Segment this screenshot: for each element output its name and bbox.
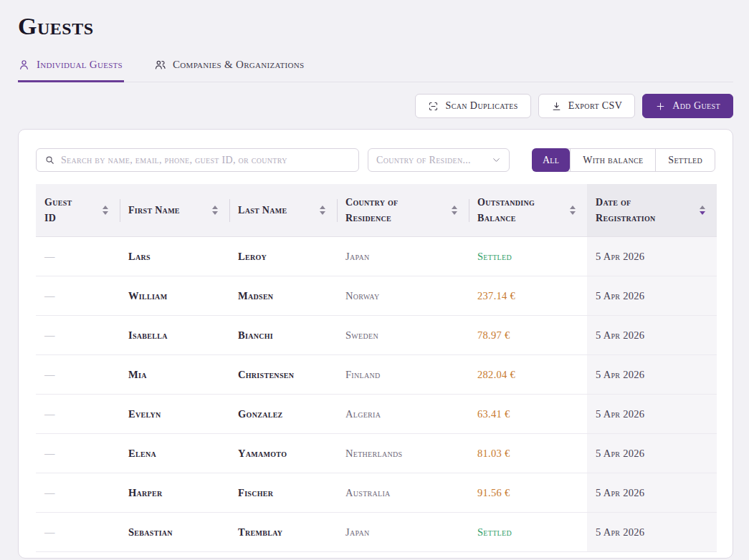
person-icon <box>18 59 30 71</box>
table-row[interactable]: — Harper Fischer Australia 91.56 € 5 Apr… <box>36 473 717 513</box>
cell-last-name: Leroy <box>229 237 337 276</box>
header-date-of-registration[interactable]: Date of Registration <box>587 184 717 237</box>
header-guest-id[interactable]: Guest ID <box>36 184 120 237</box>
cell-guest-id: — <box>36 237 120 276</box>
cell-balance: 78.97 € <box>469 316 587 355</box>
cell-guest-id: — <box>36 473 120 513</box>
cell-first-name: William <box>120 276 229 316</box>
cell-balance: Settled <box>469 237 587 276</box>
cell-first-name: Sebastian <box>120 513 229 552</box>
cell-date-of-registration: 5 Apr 2026 <box>587 276 717 316</box>
cell-date-of-registration: 5 Apr 2026 <box>587 434 717 473</box>
country-of-residence-dropdown[interactable]: Country of Residen... <box>368 148 510 172</box>
cell-last-name: Fischer <box>229 473 337 513</box>
download-icon <box>551 101 562 112</box>
cell-date-of-registration: 5 Apr 2026 <box>587 237 717 276</box>
cell-country: Australia <box>337 473 469 513</box>
cell-date-of-registration: 5 Apr 2026 <box>587 395 717 434</box>
cell-last-name: Madsen <box>229 276 337 316</box>
cell-date-of-registration: 5 Apr 2026 <box>587 513 717 552</box>
tab-individual-guests[interactable]: Individual Guests <box>18 59 124 82</box>
table-row[interactable]: — Evelyn Gonzalez Algeria 63.41 € 5 Apr … <box>36 395 717 434</box>
search-box <box>36 148 359 172</box>
cell-last-name: Tremblay <box>229 513 337 552</box>
cell-balance: 81.03 € <box>469 434 587 473</box>
tabbar: Individual Guests Companies & Organizati… <box>18 59 733 82</box>
guests-card: Country of Residen... All With balance S… <box>18 129 733 559</box>
cell-last-name: Christensen <box>229 355 337 395</box>
cell-date-of-registration: 5 Apr 2026 <box>587 473 717 513</box>
dropdown-placeholder: Country of Residen... <box>376 155 471 166</box>
sort-icon <box>102 206 108 215</box>
cell-guest-id: — <box>36 355 120 395</box>
header-outstanding-balance[interactable]: Outstanding Balance <box>469 184 587 237</box>
sort-icon <box>452 206 457 215</box>
table-row[interactable]: — Sebastian Tremblay Japan Settled 5 Apr… <box>36 513 717 552</box>
sort-icon <box>570 206 576 215</box>
add-guest-label: Add Guest <box>672 100 720 112</box>
page-title: Guests <box>18 13 733 40</box>
table-row[interactable]: — Mia Christensen Finland 282.04 € 5 Apr… <box>36 355 717 395</box>
export-csv-button[interactable]: Export CSV <box>538 94 635 118</box>
scan-duplicates-label: Scan Duplicates <box>445 100 517 112</box>
cell-date-of-registration: 5 Apr 2026 <box>587 355 717 395</box>
tab-label: Companies & Organizations <box>173 59 304 71</box>
header-first-name[interactable]: First Name <box>120 184 229 237</box>
tab-companies-organizations[interactable]: Companies & Organizations <box>154 59 305 82</box>
cell-country: Algeria <box>337 395 469 434</box>
cell-balance: Settled <box>469 513 587 552</box>
cell-guest-id: — <box>36 395 120 434</box>
header-last-name[interactable]: Last Name <box>229 184 337 237</box>
guests-page: Guests Individual Guests Companies & Org… <box>0 0 749 559</box>
plus-icon <box>655 101 666 112</box>
people-icon <box>154 59 166 71</box>
scan-duplicates-button[interactable]: Scan Duplicates <box>415 94 530 118</box>
filter-controls: Country of Residen... All With balance S… <box>36 148 715 172</box>
cell-first-name: Evelyn <box>120 395 229 434</box>
chevron-down-icon <box>492 155 501 165</box>
tab-label: Individual Guests <box>37 59 123 71</box>
sort-icon-active-desc <box>700 206 705 215</box>
add-guest-button[interactable]: Add Guest <box>642 94 733 118</box>
cell-country: Japan <box>337 237 469 276</box>
table-row[interactable]: — William Madsen Norway 237.14 € 5 Apr 2… <box>36 276 717 316</box>
sort-icon <box>212 206 218 215</box>
cell-balance: 282.04 € <box>469 355 587 395</box>
table-header: Guest ID First Name Last Name Country of… <box>36 184 717 237</box>
table-body: — Lars Leroy Japan Settled 5 Apr 2026 — … <box>36 237 717 552</box>
cell-balance: 63.41 € <box>469 395 587 434</box>
segment-all[interactable]: All <box>532 148 570 172</box>
cell-balance: 91.56 € <box>469 473 587 513</box>
export-csv-label: Export CSV <box>568 100 622 112</box>
table-row[interactable]: — Elena Yamamoto Netherlands 81.03 € 5 A… <box>36 434 717 473</box>
guests-table: Guest ID First Name Last Name Country of… <box>36 184 717 552</box>
segment-settled[interactable]: Settled <box>655 149 715 171</box>
table-row[interactable]: — Isabella Bianchi Sweden 78.97 € 5 Apr … <box>36 316 717 355</box>
search-input[interactable] <box>61 155 350 166</box>
cell-first-name: Lars <box>120 237 229 276</box>
table-row[interactable]: — Lars Leroy Japan Settled 5 Apr 2026 <box>36 237 717 276</box>
cell-guest-id: — <box>36 316 120 355</box>
cell-date-of-registration: 5 Apr 2026 <box>587 316 717 355</box>
cell-last-name: Gonzalez <box>229 395 337 434</box>
balance-filter-segments: All With balance Settled <box>532 148 715 172</box>
search-icon <box>44 155 55 165</box>
cell-country: Japan <box>337 513 469 552</box>
cell-first-name: Harper <box>120 473 229 513</box>
cell-first-name: Mia <box>120 355 229 395</box>
cell-country: Finland <box>337 355 469 395</box>
toolbar: Scan Duplicates Export CSV Add Guest <box>18 94 733 118</box>
segment-with-balance[interactable]: With balance <box>570 149 655 171</box>
cell-balance: 237.14 € <box>469 276 587 316</box>
cell-first-name: Elena <box>120 434 229 473</box>
cell-first-name: Isabella <box>120 316 229 355</box>
cell-guest-id: — <box>36 513 120 552</box>
cell-guest-id: — <box>36 434 120 473</box>
scan-icon <box>428 101 439 112</box>
cell-last-name: Bianchi <box>229 316 337 355</box>
cell-country: Netherlands <box>337 434 469 473</box>
cell-guest-id: — <box>36 276 120 316</box>
header-country-of-residence[interactable]: Country of Residence <box>337 184 469 237</box>
cell-last-name: Yamamoto <box>229 434 337 473</box>
sort-icon <box>320 206 325 215</box>
